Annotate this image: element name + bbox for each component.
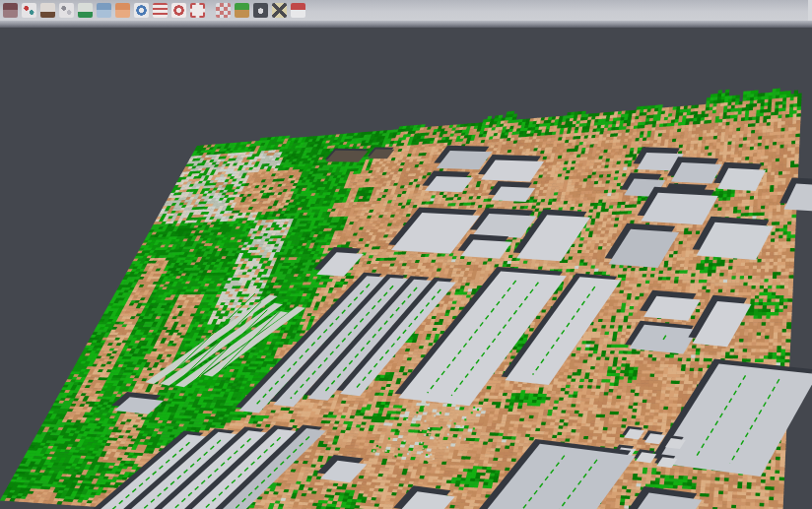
gray-points-icon[interactable]	[59, 3, 74, 18]
color-raster-icon[interactable]	[235, 3, 249, 18]
checker-grid-icon[interactable]	[216, 3, 231, 18]
toolbar-group-gap	[209, 3, 216, 18]
point-pair-registration-icon[interactable]	[22, 3, 36, 18]
red-stripes-icon[interactable]	[153, 3, 168, 18]
red-ring-icon[interactable]	[171, 3, 186, 18]
point-cloud-3d-viewport[interactable]	[0, 0, 812, 509]
blue-column-icon[interactable]	[97, 3, 111, 18]
red-white-banner-icon[interactable]	[291, 3, 305, 18]
camera-icon[interactable]	[253, 3, 268, 18]
orange-tile-icon[interactable]	[115, 3, 130, 18]
main-toolbar	[0, 0, 812, 21]
blue-orbit-icon[interactable]	[134, 3, 149, 18]
toolbar-separator	[0, 21, 812, 28]
red-crop-brackets-icon[interactable]	[190, 3, 205, 18]
mountain-mesh-icon[interactable]	[40, 3, 55, 18]
terrain-dem-icon[interactable]	[78, 3, 93, 18]
dark-red-block-icon[interactable]	[3, 3, 18, 18]
window-edge	[808, 0, 812, 21]
tan-x-icon[interactable]	[272, 3, 287, 18]
